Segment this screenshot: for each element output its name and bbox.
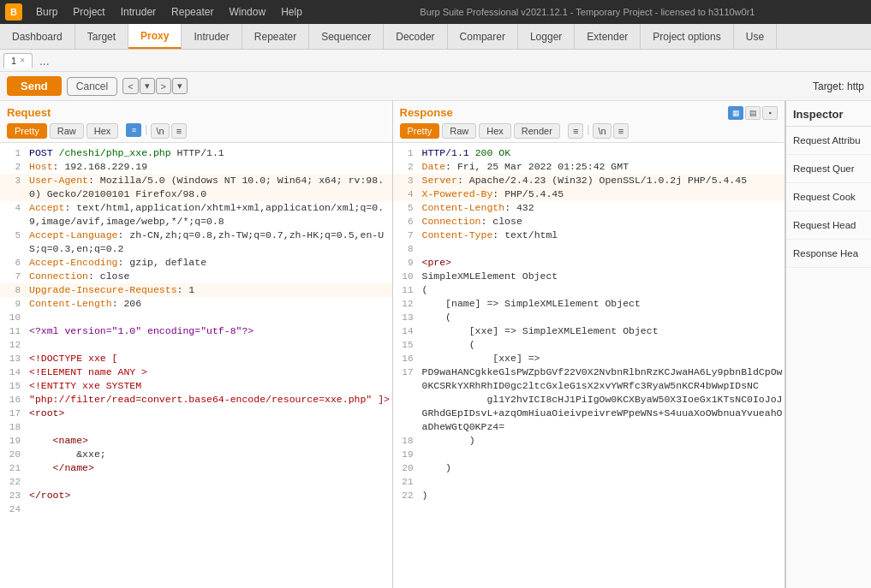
line-row: 6 Connection: close — [393, 215, 785, 229]
inspector-request-headers[interactable]: Request Head — [786, 211, 871, 240]
tab-project-options[interactable]: Project options — [641, 24, 733, 49]
line-row: 15 ( — [393, 338, 785, 352]
line-row: 1 HTTP/1.1 200 OK — [393, 146, 785, 160]
send-button[interactable]: Send — [7, 76, 62, 96]
menu-intruder[interactable]: Intruder — [114, 3, 163, 21]
tab-use[interactable]: Use — [734, 24, 777, 49]
inspector-request-attributes[interactable]: Request Attribu — [786, 127, 871, 155]
chevron-right-down-icon: ▾ — [177, 80, 182, 91]
response-panel-header: Response ▦ ▤ ▪ Pretty Raw Hex Render ≡ |… — [393, 101, 785, 143]
tab-decoder[interactable]: Decoder — [384, 24, 447, 49]
request-display-mode-1[interactable]: ≡ — [126, 123, 141, 137]
response-panel-controls: Pretty Raw Hex Render ≡ | \n ≡ — [400, 123, 779, 139]
instance-tab-1[interactable]: 1 × — [3, 53, 33, 68]
tab-comparer[interactable]: Comparer — [448, 24, 518, 49]
line-row: 5 Accept-Language: zh-CN,zh;q=0.8,zh-TW;… — [0, 229, 392, 256]
menu-bar: B Burp Project Intruder Repeater Window … — [0, 0, 871, 24]
line-row: 5 Content-Length: 432 — [393, 201, 785, 215]
response-display-mode-grid[interactable]: ▦ — [728, 106, 743, 120]
instance-tab-1-close[interactable]: × — [20, 56, 25, 65]
chevron-right-icon: > — [161, 81, 166, 92]
response-panel-body[interactable]: 1 HTTP/1.1 200 OK 2 Date: Fri, 25 Mar 20… — [393, 143, 785, 588]
response-view-raw[interactable]: Raw — [442, 123, 476, 139]
line-row: 3 Server: Apache/2.4.23 (Win32) OpenSSL/… — [393, 174, 785, 187]
line-row: 12 — [0, 338, 392, 352]
line-row: 21 — [393, 475, 785, 489]
request-display-modes: ≡ | \n ≡ — [126, 123, 187, 139]
line-row: 2 Host: 192.168.229.19 — [0, 160, 392, 174]
response-view-wrap[interactable]: ≡ — [613, 123, 629, 139]
tab-sequencer[interactable]: Sequencer — [309, 24, 384, 49]
instance-tab-1-label: 1 — [11, 56, 16, 66]
request-panel-controls: Pretty Raw Hex ≡ | \n ≡ — [7, 123, 385, 139]
response-view-hex[interactable]: Hex — [479, 123, 511, 139]
nav-fwd-button[interactable]: > — [156, 78, 171, 94]
line-row: 22 ) — [393, 489, 785, 502]
line-row: 22 — [0, 475, 392, 489]
main-tab-bar: Dashboard Target Proxy Intruder Repeater… — [0, 24, 871, 50]
instance-tab-more[interactable]: ... — [36, 54, 53, 68]
tab-repeater[interactable]: Repeater — [242, 24, 309, 49]
request-view-raw[interactable]: Raw — [50, 123, 84, 139]
response-view-lf[interactable]: \n — [593, 123, 611, 139]
inspector-request-query[interactable]: Request Quer — [786, 155, 871, 183]
line-row: 6 Accept-Encoding: gzip, deflate — [0, 256, 392, 270]
line-row: 4 Accept: text/html,application/xhtml+xm… — [0, 201, 392, 229]
instance-tab-bar: 1 × ... — [0, 50, 871, 72]
tab-proxy[interactable]: Proxy — [128, 24, 182, 49]
line-row: 9 Content-Length: 206 — [0, 297, 392, 311]
menu-burp[interactable]: Burp — [29, 3, 64, 21]
tab-target[interactable]: Target — [75, 24, 128, 49]
tab-logger[interactable]: Logger — [518, 24, 575, 49]
app-title: Burp Suite Professional v2021.12.1 - Tem… — [309, 7, 866, 17]
inspector-title: Inspector — [786, 101, 871, 127]
tab-dashboard[interactable]: Dashboard — [0, 24, 75, 49]
line-row: 14 [xxe] => SimpleXMLElement Object — [393, 324, 785, 338]
response-display-mode-compact[interactable]: ▪ — [762, 106, 778, 120]
request-panel-title: Request — [7, 106, 385, 119]
response-panel: Response ▦ ▤ ▪ Pretty Raw Hex Render ≡ |… — [393, 101, 786, 588]
line-row: 18 — [0, 420, 392, 434]
menu-help[interactable]: Help — [274, 3, 309, 21]
line-row: 17 PD9waHANCgkkeGlsPWZpbGVf22V0X2NvbnRlb… — [393, 365, 785, 434]
tab-extender[interactable]: Extender — [575, 24, 641, 49]
line-row: 10 — [0, 311, 392, 324]
inspector-response-headers[interactable]: Response Hea — [786, 240, 871, 268]
request-panel: Request Pretty Raw Hex ≡ | \n ≡ 1 POST /… — [0, 101, 393, 588]
response-panel-title: Response — [400, 106, 453, 119]
line-row: 15 <!ENTITY xxe SYSTEM — [0, 379, 392, 393]
menu-window[interactable]: Window — [222, 3, 272, 21]
line-row: 19 — [393, 448, 785, 461]
response-view-pretty[interactable]: Pretty — [400, 123, 440, 139]
request-view-lf[interactable]: \n — [151, 123, 169, 139]
line-row: 20 ) — [393, 461, 785, 475]
inspector-request-cookies[interactable]: Request Cook — [786, 183, 871, 211]
target-label: Target: http — [813, 80, 864, 92]
tab-intruder[interactable]: Intruder — [182, 24, 242, 49]
request-view-hex[interactable]: Hex — [87, 123, 119, 139]
response-view-render[interactable]: Render — [514, 123, 560, 139]
nav-back-button[interactable]: < — [122, 78, 138, 94]
response-view-icon1[interactable]: ≡ — [568, 123, 583, 139]
chevron-down-icon: ▾ — [145, 80, 150, 91]
request-view-pretty[interactable]: Pretty — [7, 123, 47, 139]
line-row: 13 <!DOCTYPE xxe [ — [0, 352, 392, 365]
sep2: | — [587, 123, 589, 139]
request-panel-body[interactable]: 1 POST /cheshi/php_xxe.php HTTP/1.1 2 Ho… — [0, 143, 392, 588]
line-row: 8 Upgrade-Insecure-Requests: 1 — [0, 283, 392, 297]
line-row: 21 </name> — [0, 461, 392, 475]
menu-repeater[interactable]: Repeater — [164, 3, 220, 21]
line-row: 23 </root> — [0, 489, 392, 502]
cancel-button[interactable]: Cancel — [67, 77, 117, 96]
line-row: 19 <name> — [0, 434, 392, 448]
menu-project[interactable]: Project — [66, 3, 111, 21]
line-row: 20 &xxe; — [0, 448, 392, 461]
line-row: 4 X-Powered-By: PHP/5.4.45 — [393, 187, 785, 201]
line-row: 12 [name] => SimpleXMLElement Object — [393, 297, 785, 311]
line-row: 17 <root> — [0, 407, 392, 420]
response-display-mode-list[interactable]: ▤ — [745, 106, 761, 120]
nav-down-button[interactable]: ▾ — [140, 78, 155, 94]
nav-fwd-down-button[interactable]: ▾ — [172, 78, 188, 94]
request-view-wrap[interactable]: ≡ — [171, 123, 187, 139]
line-row: 16 "php://filter/read=convert.base64-enc… — [0, 393, 392, 407]
